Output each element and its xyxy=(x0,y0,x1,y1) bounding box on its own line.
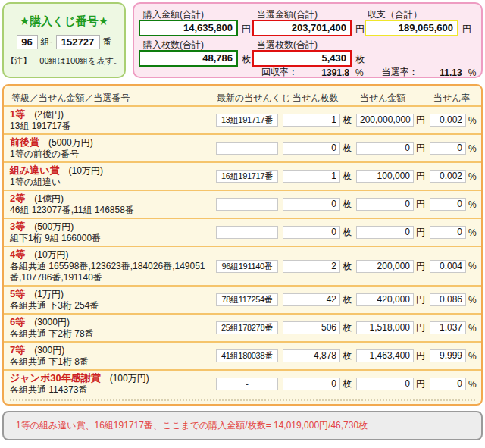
rate-unit-label: % xyxy=(468,227,477,238)
win-count-box: 0 xyxy=(283,142,340,155)
amount-unit-label: 円 xyxy=(416,321,425,334)
kumi-number-input[interactable]: 96 xyxy=(17,35,38,49)
win-count-box: 1 xyxy=(283,114,340,127)
table-row: 6等(3000円) 各組共通 下2桁 78番 25組178278番 506 枚 … xyxy=(4,313,481,341)
rank-label: 4等 xyxy=(10,249,25,260)
latest-winning-ticket-box: 25組178278番 xyxy=(216,321,278,334)
winning-numbers-text: 各組共通 下3桁 254番 xyxy=(10,300,211,312)
ban-number-input[interactable]: 152727 xyxy=(56,35,100,49)
ticket-panel-title: ★購入くじ番号★ xyxy=(20,14,109,29)
table-row: 3等(500万円) 組下1桁 9組 166000番 - 0 枚 0 円 0 % xyxy=(4,218,481,246)
winning-numbers-text: 組下1桁 9組 166000番 xyxy=(10,233,211,244)
win-count-box: 1 xyxy=(283,170,340,183)
purchase-amount-value: 14,635,800 xyxy=(139,20,238,36)
prize-description: 6等(3000円) 各組共通 下2桁 78番 xyxy=(10,316,211,340)
purchase-amount-unit: 円 xyxy=(242,23,251,36)
table-row: 組み違い賞(10万円) 1等の組違い 16組191717番 1 枚 100,00… xyxy=(4,161,481,190)
win-rate-box: 1.037 xyxy=(430,321,466,334)
purchase-count-value: 48,786 xyxy=(139,50,238,67)
winning-numbers-text: 各組共通 165598番,123623番,184026番,149051番,107… xyxy=(10,261,211,284)
win-rate-unit: % xyxy=(468,67,477,78)
amount-unit-label: 円 xyxy=(416,260,425,273)
rate-unit-label: % xyxy=(468,171,477,182)
purchased-ticket-panel: ★購入くじ番号★ 96 組- 152727 番 【注】 00組は100組を表す。 xyxy=(2,2,126,78)
prize-description: 前後賞(5000万円) 1等の前後の番号 xyxy=(10,136,211,160)
rate-unit-label: % xyxy=(468,115,477,126)
latest-winning-ticket-box: - xyxy=(216,378,278,390)
header-rank: 等級／当せん金額／当選番号 xyxy=(11,92,130,105)
rate-unit-label: % xyxy=(468,199,477,210)
prize-description: 4等(10万円) 各組共通 165598番,123623番,184026番,14… xyxy=(10,249,211,284)
winning-numbers-text: 13組 191717番 xyxy=(10,121,211,132)
table-row: 1等(2億円) 13組 191717番 13組191717番 1 枚 200,0… xyxy=(4,107,481,133)
winning-numbers-text: 46組 123077番,11組 146858番 xyxy=(10,205,211,216)
win-amount-box: 200,000,000 xyxy=(356,114,414,127)
count-unit-label: 枚 xyxy=(343,198,352,211)
rate-unit-label: % xyxy=(468,351,477,362)
footer-message: 1等の組み違い賞、16組191717番、ここまでの購入金額/枚数= 14,019… xyxy=(16,420,368,431)
rate-unit-label: % xyxy=(468,261,477,271)
amount-unit-label: 円 xyxy=(416,170,425,183)
table-rows: 1等(2億円) 13組 191717番 13組191717番 1 枚 200,0… xyxy=(4,107,481,397)
prize-amount-label: (300円) xyxy=(34,345,64,356)
latest-winning-ticket-box: 78組117254番 xyxy=(216,293,278,306)
prize-amount-label: (10万円) xyxy=(34,249,68,260)
win-amount-box: 0 xyxy=(356,378,414,390)
rank-label: 3等 xyxy=(10,221,25,232)
winning-numbers-text: 1等の前後の番号 xyxy=(10,149,211,160)
win-count-box: 0 xyxy=(283,226,340,239)
winning-numbers-text: 各組共通 下1桁 8番 xyxy=(10,356,211,368)
prize-description: 組み違い賞(10万円) 1等の組違い xyxy=(10,164,211,188)
win-rate-box: 0 xyxy=(430,378,466,390)
latest-winning-ticket-box: 96組191140番 xyxy=(216,260,278,273)
win-amount-box: 100,000 xyxy=(356,170,414,183)
win-rate-box: 0.002 xyxy=(430,170,466,183)
table-row: 前後賞(5000万円) 1等の前後の番号 - 0 枚 0 円 0 % xyxy=(4,133,481,161)
win-rate-box: 0.004 xyxy=(430,260,466,273)
recovery-rate-value: 1391.8 xyxy=(298,67,349,78)
latest-winning-ticket-box: 13組191717番 xyxy=(216,114,278,127)
count-unit-label: 枚 xyxy=(343,260,352,273)
amount-unit-label: 円 xyxy=(416,378,425,390)
balance-unit: 円 xyxy=(462,23,471,36)
amount-unit-label: 円 xyxy=(416,293,425,306)
prize-amount-label: (1万円) xyxy=(34,289,64,299)
rate-unit-label: % xyxy=(468,143,477,154)
prize-amount-label: (100万円) xyxy=(110,373,149,384)
prize-amount-label: (1億円) xyxy=(34,193,64,204)
kumi-label: 組- xyxy=(41,36,53,49)
rank-label: 6等 xyxy=(10,316,25,327)
prize-amount-label: (2億円) xyxy=(34,109,64,120)
win-rate-box: 0.086 xyxy=(430,293,466,306)
win-rate-box: 9.999 xyxy=(430,349,466,362)
latest-winning-ticket-box: 41組180038番 xyxy=(216,349,278,362)
prize-amount-label: (5000万円) xyxy=(48,137,93,148)
amount-unit-label: 円 xyxy=(416,226,425,239)
top-section: ★購入くじ番号★ 96 組- 152727 番 【注】 00組は100組を表す。… xyxy=(0,0,485,78)
prize-description: ジャンボ30年感謝賞(100万円) 各組共通 114373番 xyxy=(10,372,211,396)
win-amount-box: 0 xyxy=(356,226,414,239)
prize-amount-label: (500万円) xyxy=(34,221,74,232)
win-rate-label: 当選率： xyxy=(382,66,418,79)
win-amount-box: 1,463,400 xyxy=(356,349,414,362)
table-row: 5等(1万円) 各組共通 下3桁 254番 78組117254番 42 枚 42… xyxy=(4,285,481,313)
balance-value: 189,065,600 xyxy=(365,20,458,36)
rates-row: 回収率： 1391.8 % 当選率： 11.13 % xyxy=(261,66,476,79)
recovery-rate-label: 回収率： xyxy=(261,66,298,79)
win-count-value: 5,430 xyxy=(252,50,352,67)
win-rate-box: 0 xyxy=(430,226,466,239)
prize-description: 2等(1億円) 46組 123077番,11組 146858番 xyxy=(10,193,211,216)
prize-amount-label: (10万円) xyxy=(69,165,103,176)
purchase-count-unit: 枚 xyxy=(242,53,251,66)
count-unit-label: 枚 xyxy=(343,142,352,155)
rank-label: 1等 xyxy=(10,108,25,120)
count-unit-label: 枚 xyxy=(343,321,352,334)
count-unit-label: 枚 xyxy=(343,114,352,127)
amount-unit-label: 円 xyxy=(416,114,425,127)
table-row: ジャンボ30年感謝賞(100万円) 各組共通 114373番 - 0 枚 0 円… xyxy=(4,369,481,397)
latest-winning-ticket-box: 16組191717番 xyxy=(216,170,278,183)
rank-label: 5等 xyxy=(10,288,25,299)
ban-label: 番 xyxy=(103,36,112,49)
win-amount-box: 420,000 xyxy=(356,293,414,306)
header-amount: 当せん金額 xyxy=(360,92,406,105)
